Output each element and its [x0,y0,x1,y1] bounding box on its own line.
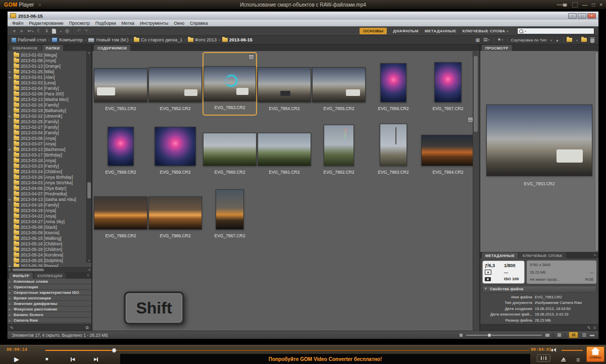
back-icon[interactable]: ◄ [12,29,16,33]
breadcrumb-item[interactable]: 2013-06-15 [222,37,252,42]
view-as-thumbnails-button[interactable]: ▤ [569,332,578,338]
folder-caret-icon[interactable]: ▾ [576,38,578,42]
thumbnail-cell[interactable]: EVG_7962.CR2 [312,116,366,179]
file-properties-header[interactable]: Свойства файла [482,286,596,293]
tree-item[interactable]: 2013-01-02 [Mega] [9,52,91,58]
scroll-right-icon[interactable]: ► [88,268,91,271]
gomlab-button[interactable]: GOMlab [586,346,604,362]
tree-item[interactable]: 2013-03-24 [Children] [9,169,91,174]
menu-item[interactable]: Инструменты [140,21,168,26]
crescent-refine-icon[interactable]: ☾ [37,29,41,33]
tree-horizontal-scrollbar[interactable]: ◄ ► [8,267,91,272]
workspace-tab[interactable]: ДИАФИЛЬМ [393,29,419,33]
expand-arrow-icon[interactable]: ▶ [9,70,12,73]
undo-icon[interactable]: ↶ [77,29,81,33]
thumbnail-image[interactable] [148,196,202,230]
thumbnail-image[interactable] [434,62,462,102]
boomerang-recent-icon[interactable]: ↩▾ [28,29,34,34]
thumbnail-cell[interactable]: EVG_7952.CR2 [148,52,203,116]
tree-item[interactable]: 2013-02-25 [Family] [9,119,91,124]
stop-button[interactable]: ■ [45,356,48,361]
thumbnail-image[interactable] [258,67,311,102]
workspace-tab[interactable]: МЕТАДАННЫЕ [425,29,457,33]
tree-item[interactable]: 2013-03-26 [Anya Birthday] [9,174,91,180]
minimize-button[interactable]: — [582,3,587,8]
thumbnail-cell[interactable]: EVG_7955.CR2 [312,52,366,116]
tree-item[interactable]: 2013-02-16 [Family] [9,102,91,108]
thumbnail-image[interactable] [204,66,256,101]
new-folder-icon[interactable] [581,38,587,42]
thumbnail-cell[interactable]: EVG_7954.CR2 [257,52,312,116]
playlist-menu-icon[interactable]: ≡ [576,356,580,363]
content-scrollbar[interactable] [473,51,479,330]
filter-item[interactable]: Баланс белого [8,312,91,318]
thumbnail-size-slider[interactable] [466,335,542,336]
breadcrumb-item[interactable]: Компьютер [52,37,83,42]
filter-item[interactable]: Значение диафрагмы [8,301,91,306]
equalizer-button[interactable] [537,354,550,362]
thumbnail-cell[interactable]: EVG_7953.CR2 [203,52,257,116]
thumbnail-image[interactable] [203,133,257,166]
thumb-size-small-icon[interactable] [460,334,463,337]
breadcrumb-item[interactable]: Рабочий стол [12,37,46,42]
tab-ИЗБРАННОЕ[interactable]: ИЗБРАННОЕ [9,45,41,51]
thumbnail-image[interactable] [421,135,475,166]
seek-knob[interactable] [112,348,117,353]
expand-arrow-icon[interactable]: ▶ [9,198,12,201]
tab-ПАПКИ[interactable]: ПАПКИ [42,45,64,51]
thumbnail-image[interactable] [324,125,354,166]
tree-item[interactable]: 2013-02-27 [Family] [9,124,91,130]
tab-КОЛЛЕКЦИИ[interactable]: КОЛЛЕКЦИИ [34,273,66,279]
menu-item[interactable]: Подборки [95,21,116,26]
tree-vertical-scrollbar[interactable]: ▲ ▼ [86,51,91,263]
sort-label[interactable]: Сортировка по Тип [511,38,546,42]
close-button[interactable]: × [599,3,602,8]
filter-item[interactable]: Ориентация [8,284,91,290]
tree-item[interactable]: 2013-05-08 [Stack] [9,224,91,230]
thumbnail-cell[interactable]: EVG_7961.CR2 [257,116,312,179]
recycle-filter-icon[interactable]: ♻ [85,326,89,330]
tab-МЕТАДАННЫЕ[interactable]: МЕТАДАННЫЕ [482,252,518,258]
tree-item[interactable]: 2013-02-04 [Family] [9,85,91,91]
tab-content[interactable]: СОДЕРЖИМОЕ [94,45,130,51]
thumb-size-large-icon[interactable] [545,334,549,337]
tree-item[interactable]: 2013-04-06 [Olya Batyr] [9,185,91,191]
filter-item[interactable]: Ключевые слова [8,279,91,284]
seek-bar[interactable] [45,350,529,351]
scroll-down-icon[interactable]: ▼ [87,259,91,263]
expand-arrow-icon[interactable]: ▶ [9,115,12,118]
workspace-tab[interactable]: ОСНОВЫ [360,28,387,34]
rotate-sphere-icon[interactable]: ◎ [65,29,69,33]
preview-scrollbar[interactable] [595,51,598,252]
sort-caret-icon[interactable]: ▾ [550,38,552,42]
expand-arrow-icon[interactable]: ▶ [9,76,12,79]
tree-item[interactable]: ▶2013-01-25 [Mila] [9,69,91,74]
thumbnail-image[interactable] [380,124,407,166]
speaker-icon[interactable] [551,348,556,352]
breadcrumb-item[interactable]: Со старого диска_1 [134,37,182,42]
camera-import-icon[interactable]: ⇓ [44,29,48,33]
thumbnail-cell[interactable]: EVG_7956.CR2 [366,52,421,116]
thumbnail-image[interactable] [155,127,196,166]
tree-item[interactable]: 2013-05-18 [Children] [9,246,91,252]
breadcrumb-item[interactable]: Фото 2013 [188,37,217,42]
menu-item[interactable]: Просмотр [69,21,90,26]
thumbnail-cell[interactable]: EVG_7959.CR2 [148,116,203,179]
menu-item[interactable]: Окно [174,21,184,26]
tab-КЛЮЧЕВЫЕ СЛОВА[interactable]: КЛЮЧЕВЫЕ СЛОВА [519,252,566,258]
menu-item[interactable]: Метка [121,21,134,26]
tree-item[interactable]: 2013-04-03 [Anya Strizhka] [9,180,91,185]
tree-item[interactable]: 2013-03-06 [Anya] [9,135,91,141]
tree-item[interactable]: 2013-03-23 [Family] [9,163,91,169]
search-input[interactable] [527,28,585,34]
tree-item[interactable]: 2013-02-13 [Masha Mez] [9,96,91,102]
tree-item[interactable]: 2013-02-19 [Balkanoky] [9,108,91,113]
fullscreen-icon[interactable] [572,2,578,8]
tree-item[interactable]: 2013-04-19 [Anya] [9,207,91,213]
apply-icon[interactable]: ≡ [593,326,596,330]
tab-ФИЛЬТР[interactable]: ФИЛЬТР [9,273,33,279]
opacity-slider[interactable] [557,4,568,6]
menu-item[interactable]: Редактирование [29,21,64,26]
thumbnail-image[interactable] [94,68,147,102]
tree-item[interactable]: 2013-04-22 [Anya] [9,213,91,219]
